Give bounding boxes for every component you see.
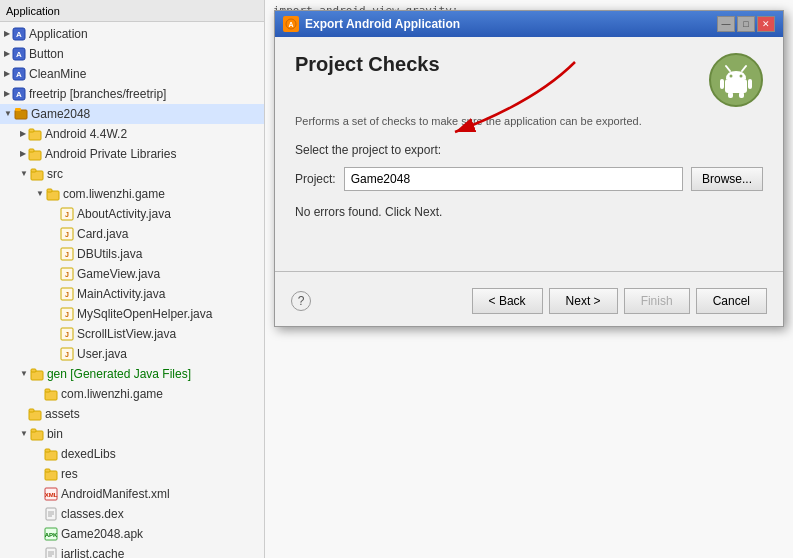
tree-icon-scrolllist: J <box>59 326 75 342</box>
tree-label-freetrip: freetrip [branches/freetrip] <box>29 85 166 103</box>
tree-label-mysqlite: MySqliteOpenHelper.java <box>77 305 212 323</box>
tree-item-assets[interactable]: ▶ assets <box>0 404 264 424</box>
tree-item-dexedlibs[interactable]: ▶ dexedLibs <box>0 444 264 464</box>
tree-container[interactable]: ▶ A Application ▶ A Button ▶ A CleanMine… <box>0 22 264 558</box>
svg-rect-69 <box>725 79 747 93</box>
tree-label-gameview: GameView.java <box>77 265 160 283</box>
tree-item-game2048[interactable]: ▼ Game2048 <box>0 104 264 124</box>
svg-text:J: J <box>65 271 69 278</box>
svg-rect-13 <box>29 149 34 152</box>
minimize-button[interactable]: — <box>717 16 735 32</box>
svg-text:J: J <box>65 211 69 218</box>
page-title: Project Checks <box>295 53 440 76</box>
tree-item-mysqlite[interactable]: ▶ J MySqliteOpenHelper.java <box>0 304 264 324</box>
tree-label-app: Application <box>29 25 88 43</box>
svg-text:A: A <box>16 50 22 59</box>
tree-label-card: Card.java <box>77 225 128 243</box>
tree-item-androidprivate[interactable]: ▶ Android Private Libraries <box>0 144 264 164</box>
finish-button[interactable]: Finish <box>624 288 690 314</box>
tree-item-scrolllist[interactable]: ▶ J ScrollListView.java <box>0 324 264 344</box>
svg-text:J: J <box>65 311 69 318</box>
maximize-button[interactable]: □ <box>737 16 755 32</box>
cancel-button[interactable]: Cancel <box>696 288 767 314</box>
next-button[interactable]: Next > <box>549 288 618 314</box>
tree-icon-freetrip: A <box>11 86 27 102</box>
svg-rect-41 <box>31 429 36 432</box>
close-button[interactable]: ✕ <box>757 16 775 32</box>
project-label: Project: <box>295 172 336 186</box>
tree-label-user: User.java <box>77 345 127 363</box>
svg-rect-35 <box>31 369 36 372</box>
tree-label-mainactivity: MainActivity.java <box>77 285 165 303</box>
ide-panel: Application ▶ A Application ▶ A Button ▶… <box>0 0 265 558</box>
section-label: Select the project to export: <box>295 143 763 157</box>
dialog-icon: A <box>283 16 299 32</box>
tree-label-cleanmine: CleanMine <box>29 65 86 83</box>
tree-label-game2048apk: Game2048.apk <box>61 525 143 543</box>
svg-rect-39 <box>29 409 34 412</box>
tree-item-gen[interactable]: ▼ gen [Generated Java Files] <box>0 364 264 384</box>
tree-label-scrolllist: ScrollListView.java <box>77 325 176 343</box>
tree-item-classes[interactable]: ▶ classes.dex <box>0 504 264 524</box>
svg-text:A: A <box>16 70 22 79</box>
tree-item-gameview[interactable]: ▶ J GameView.java <box>0 264 264 284</box>
project-input[interactable] <box>344 167 683 191</box>
help-button[interactable]: ? <box>291 291 311 311</box>
tree-item-cleanmine[interactable]: ▶ A CleanMine <box>0 64 264 84</box>
tree-label-aboutactivity: AboutActivity.java <box>77 205 171 223</box>
tree-item-bin[interactable]: ▼ bin <box>0 424 264 444</box>
dialog-header-row: Project Checks <box>295 53 763 107</box>
tree-item-card[interactable]: ▶ J Card.java <box>0 224 264 244</box>
svg-text:APK: APK <box>45 532 58 538</box>
status-text: No errors found. Click Next. <box>295 201 763 223</box>
tree-icon-classes <box>43 506 59 522</box>
tree-icon-assets <box>27 406 43 422</box>
tree-label-src: src <box>47 165 63 183</box>
svg-text:XML: XML <box>45 492 58 498</box>
tree-icon-button: A <box>11 46 27 62</box>
browse-button[interactable]: Browse... <box>691 167 763 191</box>
svg-rect-17 <box>47 189 52 192</box>
tree-item-aboutactivity[interactable]: ▶ J AboutActivity.java <box>0 204 264 224</box>
export-dialog: A Export Android Application — □ ✕ Proje… <box>274 10 784 327</box>
dialog-body: Project Checks <box>275 37 783 263</box>
tree-label-jarlist: jarlist.cache <box>61 545 124 558</box>
tree-icon-bin <box>29 426 45 442</box>
tree-item-user[interactable]: ▶ J User.java <box>0 344 264 364</box>
tree-label-android44w2: Android 4.4W.2 <box>45 125 127 143</box>
tree-icon-jarlist <box>43 546 59 558</box>
tree-label-androidmanifest: AndroidManifest.xml <box>61 485 170 503</box>
svg-rect-70 <box>720 79 724 89</box>
tree-icon-src <box>29 166 45 182</box>
dialog-overlay: import android.view.gravity; A Export An… <box>265 0 793 558</box>
svg-text:A: A <box>16 30 22 39</box>
tree-label-assets: assets <box>45 405 80 423</box>
tree-icon-androidmanifest: XML <box>43 486 59 502</box>
tree-item-game2048apk[interactable]: ▶ APK Game2048.apk <box>0 524 264 544</box>
tree-item-android44w2[interactable]: ▶ Android 4.4W.2 <box>0 124 264 144</box>
titlebar-left: A Export Android Application <box>283 16 460 32</box>
tree-item-comliwenzhi[interactable]: ▼ com.liwenzhi.game <box>0 184 264 204</box>
tree-item-src[interactable]: ▼ src <box>0 164 264 184</box>
tree-icon-gameview: J <box>59 266 75 282</box>
back-button[interactable]: < Back <box>472 288 543 314</box>
tree-item-button[interactable]: ▶ A Button <box>0 44 264 64</box>
svg-text:J: J <box>65 251 69 258</box>
tree-item-androidmanifest[interactable]: ▶ XML AndroidManifest.xml <box>0 484 264 504</box>
tree-icon-game2048apk: APK <box>43 526 59 542</box>
tree-icon-dexedlibs <box>43 446 59 462</box>
project-row: Project: Browse... <box>295 167 763 191</box>
tree-item-dbutils[interactable]: ▶ J DBUtils.java <box>0 244 264 264</box>
svg-text:J: J <box>65 231 69 238</box>
tree-item-jarlist[interactable]: ▶ jarlist.cache <box>0 544 264 558</box>
tree-icon-user: J <box>59 346 75 362</box>
tree-item-mainactivity[interactable]: ▶ J MainActivity.java <box>0 284 264 304</box>
tree-item-freetrip[interactable]: ▶ A freetrip [branches/freetrip] <box>0 84 264 104</box>
tree-icon-comliwenzhi <box>45 186 61 202</box>
tree-item-gen-com[interactable]: ▶ com.liwenzhi.game <box>0 384 264 404</box>
svg-rect-9 <box>15 108 21 111</box>
tree-item-app[interactable]: ▶ A Application <box>0 24 264 44</box>
svg-rect-15 <box>31 169 36 172</box>
tree-item-res[interactable]: ▶ res <box>0 464 264 484</box>
tree-label-gen-com: com.liwenzhi.game <box>61 385 163 403</box>
